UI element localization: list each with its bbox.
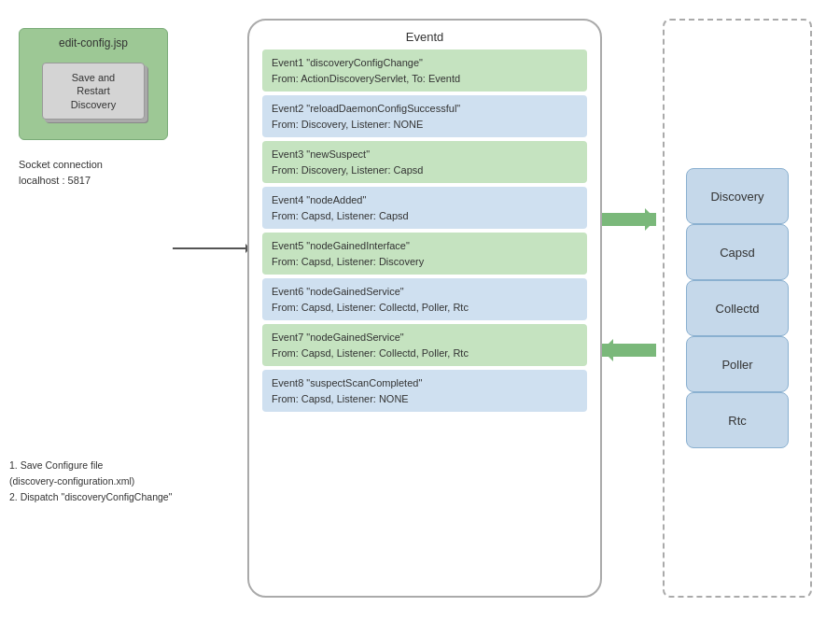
step2: 2. Dispatch "discoveryConfigChange" [9,489,172,505]
services-container: DiscoveryCapsdCollectdPollerRtc [686,168,789,448]
service-item-capsd: Capsd [686,224,789,280]
socket-line2: localhost : 5817 [19,173,103,189]
service-item-rtc: Rtc [686,392,789,448]
services-box: DiscoveryCapsdCollectdPollerRtc [663,19,812,598]
eventd-title: Eventd [249,21,600,44]
event-rows-container: Event1 "discoveryConfigChange"From: Acti… [249,49,600,412]
arrow-edit-to-eventd [173,247,247,249]
step1b: (discovery-configuration.xml) [9,473,172,489]
event-row-event4: Event4 "nodeAdded"From: Capsd, Listener:… [262,187,587,229]
event-row-event3: Event3 "newSuspect"From: Discovery, List… [262,141,587,183]
arrow-services-to-eventd [602,344,656,357]
edit-config-box: edit-config.jsp Save and Restart Discove… [19,28,168,140]
socket-line1: Socket connection [19,157,103,173]
service-item-collectd: Collectd [686,280,789,336]
eventd-box: Eventd Event1 "discoveryConfigChange"Fro… [247,19,602,598]
service-item-discovery: Discovery [686,168,789,224]
event-row-event7: Event7 "nodeGainedService"From: Capsd, L… [262,324,587,366]
step1: 1. Save Configure file [9,458,172,473]
arrow-eventd-to-services-top [602,213,656,226]
edit-config-title: edit-config.jsp [59,36,128,49]
event-row-event5: Event5 "nodeGainedInterface"From: Capsd,… [262,233,587,275]
event-row-event2: Event2 "reloadDaemonConfigSuccessful"Fro… [262,95,587,137]
event-row-event8: Event8 "suspectScanCompleted"From: Capsd… [262,370,587,412]
event-row-event6: Event6 "nodeGainedService"From: Capsd, L… [262,278,587,320]
socket-connection-text: Socket connection localhost : 5817 [19,157,103,188]
save-restart-button[interactable]: Save and Restart Discovery [42,63,145,120]
event-row-event1: Event1 "discoveryConfigChange"From: Acti… [262,49,587,92]
service-item-poller: Poller [686,336,789,392]
steps-text: 1. Save Configure file (discovery-config… [9,458,172,504]
